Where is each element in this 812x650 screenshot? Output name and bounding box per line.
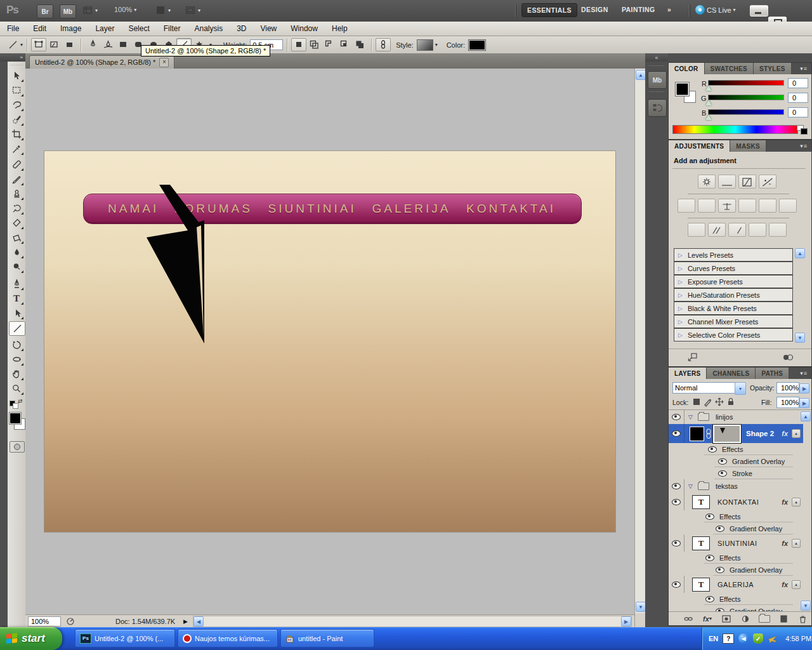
cs-live-button[interactable]: CS Live ▾ xyxy=(695,5,736,15)
move-tool[interactable] xyxy=(9,69,24,83)
shape2-gradient-overlay-row[interactable]: Gradient Overlay xyxy=(669,455,803,467)
type-tool[interactable]: T xyxy=(9,292,24,305)
posterize-adjustment-button[interactable] xyxy=(708,223,726,237)
visibility-cell[interactable] xyxy=(669,493,684,510)
menu-image[interactable]: Image xyxy=(53,24,88,33)
eye-icon[interactable] xyxy=(718,458,727,465)
blue-value-field[interactable]: 0 xyxy=(788,107,808,117)
eye-icon[interactable] xyxy=(705,596,714,602)
presets-scroll-up[interactable]: ▲ xyxy=(795,248,805,258)
blend-mode-select[interactable]: Normal xyxy=(672,382,738,394)
expand-triangle-icon[interactable]: ▷ xyxy=(678,292,683,298)
healing-brush-tool[interactable] xyxy=(9,158,24,171)
link-styles-button[interactable] xyxy=(376,38,391,51)
shape2-effects-row[interactable]: Effects xyxy=(669,443,803,455)
collapse-effects-button[interactable]: ▴ xyxy=(792,580,801,589)
tab-swatches[interactable]: SWATCHES xyxy=(705,63,754,74)
view-extras-button[interactable]: ▾ xyxy=(82,5,98,16)
kontaktai-gradient-overlay-row[interactable]: Gradient Overlay xyxy=(669,522,803,534)
layers-scroll-down[interactable]: ▼ xyxy=(801,600,811,611)
horizontal-scrollbar[interactable]: ◀ ▶ xyxy=(193,616,632,627)
layer-name[interactable]: KONTAKTAI xyxy=(717,498,759,506)
group-expand-icon[interactable]: ▽ xyxy=(688,414,693,420)
document-tab[interactable]: Untitled-2 @ 100% (Shape 2, RGB/8) * × xyxy=(29,55,174,69)
hue-saturation-presets-row[interactable]: ▷Hue/Saturation Presets xyxy=(674,288,793,302)
menu-layer[interactable]: Layer xyxy=(88,24,121,33)
eye-icon[interactable] xyxy=(716,567,724,573)
eye-icon[interactable] xyxy=(718,470,727,477)
eye-icon[interactable] xyxy=(672,483,681,489)
group-expand-icon[interactable]: ▽ xyxy=(688,483,693,489)
layer-fx-badge[interactable]: fx xyxy=(782,581,788,588)
tool-preset-picker[interactable] xyxy=(5,38,20,51)
crop-tool[interactable] xyxy=(9,128,24,141)
add-to-shape-button[interactable] xyxy=(291,38,306,51)
history-brush-tool[interactable] xyxy=(9,202,24,215)
tab-channels[interactable]: CHANNELS xyxy=(707,368,756,379)
menu-3d[interactable]: 3D xyxy=(230,24,253,33)
visibility-cell[interactable] xyxy=(669,576,684,593)
language-bar-help-icon[interactable]: ? xyxy=(723,633,734,644)
arrange-documents-button[interactable]: ▾ xyxy=(155,5,171,16)
bridge-button[interactable]: Br xyxy=(37,4,53,18)
document-canvas[interactable]: NAMAI FORUMAS SIUNTINIAI GALERIJA KONTAK… xyxy=(44,151,615,532)
menu-view[interactable]: View xyxy=(253,24,284,33)
curves-adjustment-button[interactable] xyxy=(738,175,756,189)
status-timer-button[interactable] xyxy=(63,616,77,627)
eye-icon[interactable] xyxy=(705,514,714,520)
toggle-visibility-button[interactable] xyxy=(780,352,794,363)
menu-edit[interactable]: Edit xyxy=(26,24,53,33)
quick-selection-tool[interactable] xyxy=(9,113,24,126)
channel-mixer-presets-row[interactable]: ▷Channel Mixer Presets xyxy=(674,315,793,328)
new-adjustment-layer-button[interactable] xyxy=(738,613,752,625)
taskbar-item-opera[interactable]: Naujos temos kūrimas... xyxy=(178,629,278,647)
menu-select[interactable]: Select xyxy=(121,24,156,33)
style-swatch[interactable] xyxy=(417,39,433,51)
lock-image-pixels-button[interactable] xyxy=(703,396,713,408)
collapse-effects-button[interactable]: ▴ xyxy=(792,429,801,438)
menu-filter[interactable]: Filter xyxy=(157,24,188,33)
type-layer-thumbnail[interactable]: T xyxy=(692,536,710,550)
layer-name[interactable]: Shape 2 xyxy=(746,430,774,437)
tab-styles[interactable]: STYLES xyxy=(754,63,792,74)
brush-tool[interactable] xyxy=(9,173,24,186)
siuntiniai-effects-row[interactable]: Effects xyxy=(669,552,803,564)
channel-mixer-adjustment-button[interactable] xyxy=(779,199,797,213)
eye-icon[interactable] xyxy=(672,581,681,588)
hue-saturation-adjustment-button[interactable] xyxy=(698,199,716,213)
dodge-tool[interactable] xyxy=(9,260,24,274)
screen-mode-button[interactable]: ▾ xyxy=(185,5,200,16)
menu-help[interactable]: Help xyxy=(325,24,355,33)
quick-mask-button[interactable] xyxy=(10,441,25,453)
pen-tool-option[interactable] xyxy=(85,38,100,51)
clip-to-layer-button[interactable] xyxy=(685,352,699,363)
new-layer-button[interactable] xyxy=(776,613,790,625)
photo-filter-adjustment-button[interactable] xyxy=(759,199,776,213)
eyedropper-tool[interactable] xyxy=(9,142,24,156)
color-spectrum-ramp[interactable] xyxy=(672,125,798,134)
panel-menu-button[interactable]: ▾≡ xyxy=(796,140,811,152)
type-layer-thumbnail[interactable]: T xyxy=(692,578,710,592)
expand-triangle-icon[interactable]: ▷ xyxy=(678,319,683,325)
status-zoom-field[interactable]: 100% xyxy=(28,616,61,627)
expand-triangle-icon[interactable]: ▷ xyxy=(678,332,683,338)
exclude-shape-area-button[interactable] xyxy=(352,38,367,51)
red-slider-thumb[interactable] xyxy=(705,86,712,91)
color-balance-adjustment-button[interactable] xyxy=(718,199,736,213)
dock-collapse-header[interactable]: « xyxy=(645,53,668,62)
paths-mode-button[interactable] xyxy=(46,38,62,51)
fill-stepper[interactable]: ▶ xyxy=(799,398,809,408)
red-value-field[interactable]: 0 xyxy=(788,78,808,88)
tab-layers[interactable]: LAYERS xyxy=(669,368,707,379)
lock-transparent-pixels-button[interactable] xyxy=(691,396,702,408)
layer-galerija[interactable]: T GALERIJA fx ▴ xyxy=(669,576,803,593)
new-group-button[interactable] xyxy=(757,613,771,625)
black-white-presets-row[interactable]: ▷Black & White Presets xyxy=(674,302,793,315)
blue-slider[interactable] xyxy=(708,109,784,115)
brightness-contrast-adjustment-button[interactable] xyxy=(698,175,716,189)
toolbar-collapse-header[interactable]: » xyxy=(0,53,25,62)
scroll-left-button[interactable]: ◀ xyxy=(193,616,204,627)
start-button[interactable]: start xyxy=(0,627,62,650)
menu-file[interactable]: File xyxy=(0,24,26,33)
workspace-painting[interactable]: PAINTING xyxy=(617,3,660,16)
